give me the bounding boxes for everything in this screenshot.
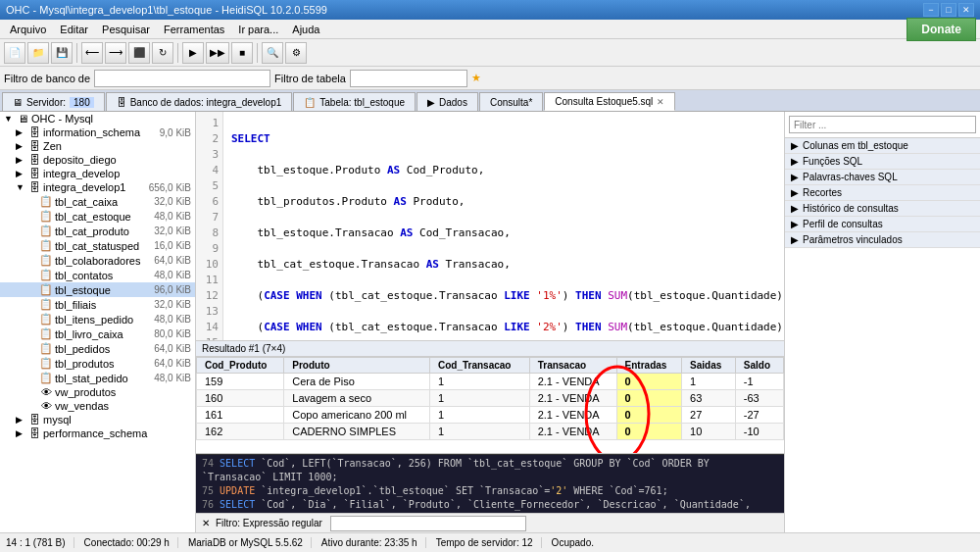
filter-db-input[interactable] [94, 70, 270, 87]
cell-cod: 159 [197, 374, 284, 390]
sidebar-item-tbl-estoque[interactable]: 📋 tbl_estoque 96,0 KiB [0, 282, 195, 297]
table-row: 160 Lavagem a seco 1 2.1 - VENDA 0 63 -6… [197, 390, 784, 407]
history-line-76: 76 SELECT `Cod`, `Dia`, `Filial`, `Produ… [202, 498, 778, 513]
sidebar-item-zen[interactable]: ▶ 🗄 Zen [0, 139, 195, 153]
donate-button[interactable]: Donate [906, 18, 976, 41]
sidebar-item-performance-schema[interactable]: ▶ 🗄 performance_schema [0, 427, 195, 440]
sidebar-item-vw-produtos[interactable]: 👁 vw_produtos [0, 385, 195, 399]
result-title: Resultado #1 (7×4) [202, 343, 285, 354]
sidebar-item-tbl-contatos[interactable]: 📋 tbl_contatos 48,0 KiB [0, 268, 195, 282]
sidebar-item-integra-develop1[interactable]: ▼ 🗄 integra_develop1 656,0 KiB [0, 180, 195, 194]
historico-label: Histórico de consultas [803, 203, 899, 214]
sidebar-item-vw-vendas[interactable]: 👁 vw_vendas [0, 399, 195, 413]
tb-stop[interactable]: ⬛ [128, 42, 150, 64]
params-expand-icon: ▶ [791, 234, 799, 245]
tb-refresh[interactable]: ↻ [152, 42, 173, 64]
close-filter-icon[interactable]: ✕ [202, 518, 210, 528]
filter-bar: Filtro de banco de Filtro de tabela ★ [0, 67, 980, 90]
tb-sep3 [257, 43, 258, 63]
sidebar-item-mysql[interactable]: ▶ 🗄 mysql [0, 413, 195, 427]
tb-back[interactable]: ⟵ [81, 42, 103, 64]
right-section-params-header[interactable]: ▶ Parâmetros vinculados [785, 232, 980, 247]
right-section-perfil-header[interactable]: ▶ Perfil de consultas [785, 217, 980, 231]
menu-ir-para[interactable]: Ir para... [232, 22, 284, 37]
menu-pesquisar[interactable]: Pesquisar [96, 22, 156, 37]
sidebar-item-tbl-colaboradores[interactable]: 📋 tbl_colaboradores 64,0 KiB [0, 253, 195, 268]
tab-database[interactable]: 🗄 Banco de dados: integra_develop1 [106, 92, 293, 111]
sql-code[interactable]: SELECT tbl_estoque.Produto AS Cod_Produt… [223, 112, 784, 341]
menu-ferramentas[interactable]: Ferramentas [158, 22, 230, 37]
tab-consulta-estoque[interactable]: Consulta Estoque5.sql ✕ [544, 92, 675, 111]
sidebar-item-tbl-cat-statusped[interactable]: 📋 tbl_cat_statusped 16,0 KiB [0, 238, 195, 253]
filter-table-input[interactable] [350, 70, 467, 87]
right-section-historico-header[interactable]: ▶ Histórico de consultas [785, 201, 980, 216]
tab-table[interactable]: 📋 Tabela: tbl_estoque [293, 92, 416, 111]
tab-servidor[interactable]: 🖥 Servidor: 180 [2, 92, 105, 111]
tb-search[interactable]: 🔍 [262, 42, 283, 64]
palavras-label: Palavras-chaves SQL [803, 172, 898, 182]
col-produto: Produto [284, 358, 430, 374]
cell-produto: Copo americano 200 ml [284, 407, 430, 424]
sidebar-item-tbl-produtos[interactable]: 📋 tbl_produtos 64,0 KiB [0, 356, 195, 371]
tab-dados[interactable]: ▶ Dados [416, 92, 478, 111]
right-section-palavras: ▶ Palavras-chaves SQL [785, 170, 980, 185]
sidebar-item-tbl-filiais[interactable]: 📋 tbl_filiais 32,0 KiB [0, 297, 195, 312]
sidebar-item-info-schema[interactable]: ▶ 🗄 information_schema 9,0 KiB [0, 125, 195, 139]
cell-entradas: 0 [616, 374, 681, 390]
menu-arquivo[interactable]: Arquivo [4, 22, 52, 37]
tb-settings[interactable]: ⚙ [285, 42, 307, 64]
table-row: 162 CADERNO SIMPLES 1 2.1 - VENDA 0 10 -… [197, 424, 784, 440]
tb-run-sel[interactable]: ▶▶ [206, 42, 229, 64]
minimize-button[interactable]: − [923, 3, 939, 17]
cell-transacao: 2.1 - VENDA [529, 407, 616, 424]
tb-new[interactable]: 📄 [4, 42, 25, 64]
filter-bottom-input[interactable] [330, 516, 526, 531]
tb-save[interactable]: 💾 [51, 42, 73, 64]
title-text: OHC - Mysql\integra_develop1\tbl_estoque… [6, 4, 327, 16]
filter-table-label: Filtro de tabela [274, 73, 346, 84]
cell-entradas: 0 [616, 390, 681, 407]
tb-stop-q[interactable]: ■ [231, 42, 253, 64]
menu-editar[interactable]: Editar [54, 22, 94, 37]
sidebar-item-tbl-pedidos[interactable]: 📋 tbl_pedidos 64,0 KiB [0, 341, 195, 356]
sidebar-item-tbl-livro-caixa[interactable]: 📋 tbl_livro_caixa 80,0 KiB [0, 326, 195, 341]
sidebar-item-tbl-cat-produto[interactable]: 📋 tbl_cat_produto 32,0 KiB [0, 224, 195, 238]
menu-ajuda[interactable]: Ajuda [286, 22, 325, 37]
sidebar: ▼ 🖥 OHC - Mysql ▶ 🗄 information_schema 9… [0, 112, 196, 532]
sidebar-item-tbl-cat-estoque[interactable]: 📋 tbl_cat_estoque 48,0 KiB [0, 209, 195, 224]
sql-editor[interactable]: 1 2 3 4 5 6 7 8 9 10 11 12 13 14 15 16 [196, 112, 784, 341]
content-area: 1 2 3 4 5 6 7 8 9 10 11 12 13 14 15 16 [196, 112, 784, 532]
result-table: Cod_Produto Produto Cod_Transacao Transa… [196, 357, 784, 440]
sidebar-item-integra-develop[interactable]: ▶ 🗄 integra_develop [0, 167, 195, 180]
line-numbers: 1 2 3 4 5 6 7 8 9 10 11 12 13 14 15 16 [196, 112, 223, 341]
close-button[interactable]: ✕ [958, 3, 974, 17]
toolbar: 📄 📁 💾 ⟵ ⟶ ⬛ ↻ ▶ ▶▶ ■ 🔍 ⚙ [0, 39, 980, 67]
tb-open[interactable]: 📁 [27, 42, 49, 64]
right-panel: ▶ Colunas em tbl_estoque ▶ Funções SQL ▶… [784, 112, 980, 532]
cell-cod: 161 [197, 407, 284, 424]
tb-forward[interactable]: ⟶ [105, 42, 126, 64]
result-table-wrap[interactable]: Cod_Produto Produto Cod_Transacao Transa… [196, 357, 784, 453]
sidebar-item-tbl-itens-pedido[interactable]: 📋 tbl_itens_pedido 48,0 KiB [0, 312, 195, 326]
filter-bottom: ✕ Filtro: Expressão regular [196, 513, 784, 532]
cell-saidas: 27 [682, 407, 736, 424]
right-section-historico: ▶ Histórico de consultas [785, 201, 980, 217]
sidebar-item-tbl-stat-pedido[interactable]: 📋 tbl_stat_pedido 48,0 KiB [0, 371, 195, 385]
maximize-button[interactable]: □ [941, 3, 956, 17]
right-section-recortes: ▶ Recortes [785, 185, 980, 201]
table-row: 159 Cera de Piso 1 2.1 - VENDA 0 1 -1 [197, 374, 784, 390]
right-section-recortes-header[interactable]: ▶ Recortes [785, 185, 980, 200]
sidebar-item-tbl-cat-caixa[interactable]: 📋 tbl_cat_caixa 32,0 KiB [0, 194, 195, 209]
cell-transacao: 2.1 - VENDA [529, 424, 616, 440]
right-section-funcoes-header[interactable]: ▶ Funções SQL [785, 154, 980, 169]
right-filter-input[interactable] [789, 116, 976, 133]
tab-close-icon[interactable]: ✕ [657, 97, 664, 107]
star-icon[interactable]: ★ [471, 72, 481, 84]
sidebar-item-deposito[interactable]: ▶ 🗄 deposito_diego [0, 153, 195, 167]
right-section-colunas-header[interactable]: ▶ Colunas em tbl_estoque [785, 138, 980, 153]
right-section-palavras-header[interactable]: ▶ Palavras-chaves SQL [785, 170, 980, 184]
tab-consulta[interactable]: Consulta* [479, 92, 543, 111]
sidebar-root[interactable]: ▼ 🖥 OHC - Mysql [0, 112, 195, 125]
col-saldo: Saldo [735, 358, 783, 374]
tb-run[interactable]: ▶ [182, 42, 204, 64]
